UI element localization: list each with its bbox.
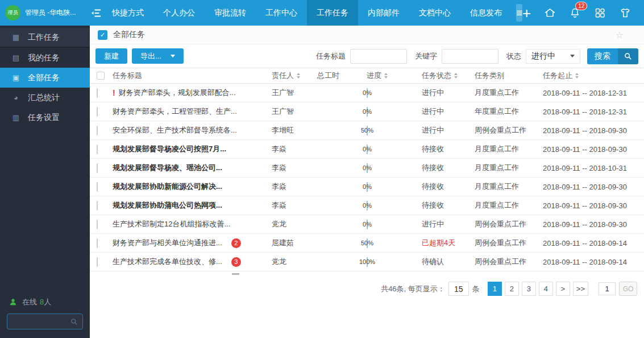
page-button[interactable]: 2 bbox=[505, 282, 519, 296]
sort-icon[interactable] bbox=[384, 73, 388, 79]
page-button[interactable]: 1 bbox=[488, 282, 502, 296]
category-cell: 周例会重点工作 bbox=[475, 238, 543, 248]
favorite-star-icon[interactable]: ☆ bbox=[616, 30, 624, 40]
task-title[interactable]: 安全环保部、生产技术部督导系统各... bbox=[113, 125, 237, 135]
column-header[interactable]: 任务起止 bbox=[543, 71, 644, 81]
sidebar-item[interactable]: ▦ 工作任务 bbox=[0, 28, 90, 48]
chevron-down-icon bbox=[570, 55, 575, 57]
nav-item[interactable]: 快捷方式 bbox=[102, 0, 153, 26]
progress-bar: 100% bbox=[367, 257, 368, 267]
sort-icon[interactable] bbox=[297, 73, 300, 79]
row-checkbox[interactable] bbox=[97, 238, 98, 248]
sidebar-item[interactable]: ◕ 汇总统计 bbox=[0, 88, 90, 108]
table-row[interactable]: 安全环保部、生产技术部督导系统各... 李增旺 50% 进行中 周例会重点工作 … bbox=[90, 121, 644, 140]
topbar: 理员 管理员 -华电陕... 快捷方式 个人办公 审批流转 工作中心 工作任务 … bbox=[0, 0, 644, 26]
user-block[interactable]: 理员 管理员 -华电陕... bbox=[0, 0, 90, 26]
task-title[interactable]: 财务资产部牵头，规划发展部配合... bbox=[119, 88, 236, 98]
online-unit: 人 bbox=[44, 298, 51, 306]
task-title[interactable]: 规划发展部协助新能源公司解决... bbox=[113, 182, 222, 192]
sidebar-items: ▦ 工作任务 ▤ 我的任务 ▣ 全部任务 ◕ 汇总统计 ▥ 任务设置 bbox=[0, 28, 90, 127]
owner-cell: 李增旺 bbox=[272, 125, 317, 135]
status-cell: 待接收 bbox=[422, 163, 475, 173]
nav-item-label: 信息发布 bbox=[470, 8, 502, 18]
sort-icon[interactable] bbox=[575, 73, 579, 79]
keyword-filter-label: 关键字 bbox=[415, 51, 437, 61]
table-row[interactable]: 规划发展部协助蒲电公司热网项... 李焱 0% 待接收 月度重点工作 2018-… bbox=[90, 196, 644, 215]
row-checkbox[interactable] bbox=[97, 163, 98, 173]
table-row[interactable]: 生产技术部制定12台机组指标改善... 党龙 0% 进行中 周例会重点工作 20… bbox=[90, 215, 644, 234]
add-icon[interactable]: + bbox=[522, 7, 531, 19]
page-button[interactable]: > bbox=[556, 282, 570, 296]
user-name: 管理员 -华电陕... bbox=[25, 8, 76, 18]
column-header[interactable]: 总工时 bbox=[317, 71, 367, 81]
page-button[interactable]: >> bbox=[573, 282, 588, 296]
page-button[interactable]: 4 bbox=[539, 282, 553, 296]
table-row[interactable]: 规划发展部督导杨凌公司按照7月... 李焱 0% 待接收 月度重点工作 2018… bbox=[90, 140, 644, 159]
sort-icon[interactable] bbox=[454, 73, 458, 79]
nav-item[interactable]: 工作中心 bbox=[256, 0, 307, 26]
go-button[interactable]: GO bbox=[619, 282, 637, 296]
row-checkbox[interactable] bbox=[97, 257, 98, 267]
task-title[interactable]: 规划发展部督导杨凌公司按照7月... bbox=[113, 144, 226, 154]
sidebar-item[interactable]: ▥ 任务设置 bbox=[0, 108, 90, 127]
topbar-icons: + 12 bbox=[522, 0, 644, 26]
table-row[interactable]: 生产技术部完成各单位技改、修... 3 党龙 100% 待确认 周例会重点工作 … bbox=[90, 253, 644, 271]
status-cell: 待接收 bbox=[422, 144, 475, 154]
column-header[interactable]: 任务状态 bbox=[422, 71, 475, 81]
title-filter-input[interactable] bbox=[350, 49, 407, 64]
row-checkbox[interactable] bbox=[97, 220, 98, 229]
table-row[interactable]: 规划发展部督导杨凌、瑶池公司... 李焱 0% 待接收 月度重点工作 2018-… bbox=[90, 159, 644, 178]
row-checkbox[interactable] bbox=[97, 145, 98, 154]
goto-page-input[interactable] bbox=[599, 282, 616, 295]
nav-item[interactable]: 审批流转 bbox=[205, 0, 256, 26]
page-size-box[interactable]: 15 bbox=[448, 282, 469, 296]
select-all-checkbox[interactable] bbox=[97, 72, 105, 80]
sidebar-item[interactable]: ▤ 我的任务 bbox=[0, 48, 90, 68]
nav-item-label: 审批流转 bbox=[214, 8, 246, 18]
notification-badge: 12 bbox=[575, 2, 587, 10]
nav-item[interactable]: 文档中心 bbox=[409, 0, 460, 26]
row-checkbox[interactable] bbox=[97, 107, 98, 117]
task-title[interactable]: 规划发展部协助蒲电公司热网项... bbox=[113, 200, 222, 211]
keyword-filter-input[interactable] bbox=[442, 49, 498, 64]
sidebar-item[interactable]: ▣ 全部任务 bbox=[0, 68, 90, 88]
sidebar-search bbox=[7, 314, 83, 329]
column-header[interactable]: 任务标题 bbox=[113, 71, 272, 81]
table-row[interactable]: 财务资产部与相关单位沟通推进... 2 屈建茹 50% 已超期4天 周例会重点工… bbox=[90, 234, 644, 253]
expand-menu-icon[interactable]: ≡ bbox=[516, 4, 522, 22]
row-checkbox[interactable] bbox=[97, 88, 98, 98]
column-header[interactable]: 责任人 bbox=[272, 71, 317, 81]
nav-item[interactable]: 内部邮件 bbox=[358, 0, 409, 26]
task-title[interactable]: 生产技术部完成各单位技改、修... bbox=[113, 257, 222, 267]
nav-item[interactable]: 信息发布 bbox=[460, 0, 512, 26]
task-title[interactable]: 规划发展部督导杨凌、瑶池公司... bbox=[113, 163, 222, 173]
table-row[interactable]: 规划发展部协助新能源公司解决... 李焱 0% 待接收 月度重点工作 2018-… bbox=[90, 178, 644, 196]
search-icon[interactable] bbox=[70, 318, 78, 326]
table-row[interactable]: 财务资产部牵头，工程管理部、生产... 王广智 0% 进行中 年度重点工作 20… bbox=[90, 102, 644, 121]
export-button[interactable]: 导出... bbox=[132, 48, 184, 64]
apps-grid-icon[interactable] bbox=[594, 7, 606, 19]
task-title[interactable]: 财务资产部与相关单位沟通推进... bbox=[113, 238, 222, 248]
home-icon[interactable] bbox=[544, 7, 556, 19]
column-header[interactable]: 进度 bbox=[367, 71, 422, 81]
status-filter-select[interactable]: 进行中 bbox=[526, 49, 580, 64]
row-checkbox[interactable] bbox=[97, 201, 98, 211]
page-button[interactable]: 3 bbox=[522, 282, 536, 296]
notifications-bell-icon[interactable]: 12 bbox=[569, 7, 581, 19]
shirt-icon[interactable] bbox=[619, 7, 631, 19]
collapse-menu-icon[interactable] bbox=[90, 0, 102, 26]
nav-item[interactable]: 工作任务 bbox=[307, 0, 358, 26]
task-title[interactable]: 生产技术部制定12台机组指标改善... bbox=[113, 219, 230, 229]
new-button[interactable]: 新建 bbox=[95, 48, 127, 64]
column-header[interactable]: 任务类别 bbox=[475, 71, 543, 81]
search-button[interactable]: 搜索 bbox=[587, 48, 638, 64]
sidebar-search-input[interactable] bbox=[7, 318, 70, 326]
status-cell: 待确认 bbox=[422, 257, 475, 267]
table-row[interactable]: ! 财务资产部牵头，规划发展部配合... 王广智 0% 进行中 月度重点工作 2… bbox=[90, 84, 644, 102]
task-title[interactable]: 财务资产部牵头，工程管理部、生产... bbox=[113, 106, 237, 117]
pie-chart-icon: ◕ bbox=[11, 93, 20, 102]
row-checkbox[interactable] bbox=[97, 182, 98, 192]
dates-cell: 2018-09-11 -- 2018-09-14 bbox=[543, 239, 644, 248]
nav-item[interactable]: 个人办公 bbox=[153, 0, 205, 26]
row-checkbox[interactable] bbox=[97, 126, 98, 135]
